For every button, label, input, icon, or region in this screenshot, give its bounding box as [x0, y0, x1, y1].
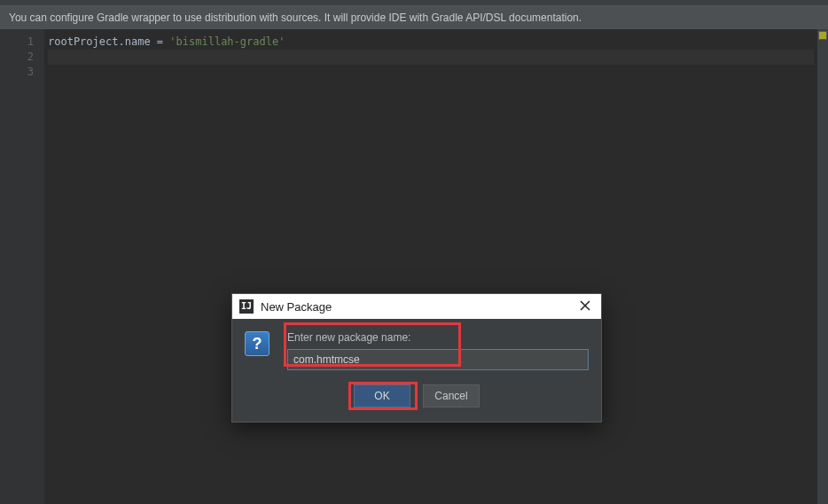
gradle-notification-text: You can configure Gradle wrapper to use … — [9, 12, 582, 24]
code-token — [151, 35, 157, 48]
line-number: 1 — [0, 35, 34, 50]
line-number: 3 — [0, 65, 34, 80]
editor-area: 1 2 3 rootProject.name = 'bismillah-grad… — [0, 29, 828, 504]
inspection-indicator-icon[interactable] — [818, 31, 827, 40]
code-token: = — [157, 35, 163, 48]
dialog-titlebar[interactable]: IJ New Package — [232, 294, 601, 319]
dialog-title: New Package — [261, 300, 576, 314]
code-token: 'bismillah-gradle' — [169, 35, 285, 48]
package-name-input[interactable] — [287, 349, 589, 370]
code-token: . — [118, 35, 124, 48]
code-editor[interactable]: rootProject.name = 'bismillah-gradle' — [44, 29, 817, 504]
code-token: name — [125, 35, 151, 48]
gradle-notification-bar[interactable]: You can configure Gradle wrapper to use … — [0, 6, 828, 29]
package-name-label: Enter new package name: — [287, 331, 589, 344]
close-icon — [580, 300, 590, 311]
caret-line — [48, 50, 814, 65]
close-button[interactable] — [576, 300, 594, 314]
editor-scrollbar[interactable] — [817, 29, 828, 504]
intellij-logo-icon: IJ — [239, 299, 254, 314]
editor-gutter: 1 2 3 — [0, 29, 44, 504]
ok-button[interactable]: OK — [354, 384, 410, 407]
dialog-form: Enter new package name: — [287, 331, 589, 370]
code-token: rootProject — [48, 35, 118, 48]
new-package-dialog: IJ New Package ? Enter new package name:… — [231, 293, 602, 423]
editor-tabs-bar[interactable] — [0, 0, 828, 6]
line-number: 2 — [0, 50, 34, 65]
question-icon: ? — [245, 331, 269, 356]
cancel-button[interactable]: Cancel — [423, 384, 480, 407]
dialog-buttons: OK Cancel — [232, 374, 601, 422]
dialog-body: ? Enter new package name: — [232, 319, 601, 374]
